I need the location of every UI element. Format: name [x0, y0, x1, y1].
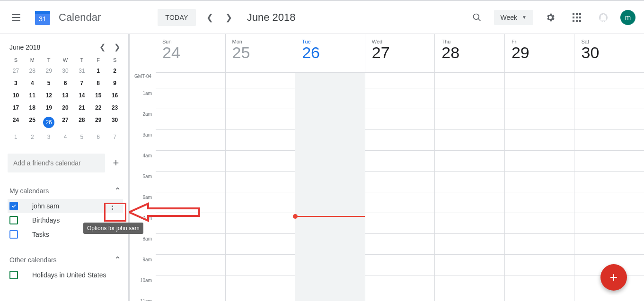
hour-label: 11am [130, 299, 156, 301]
mini-day-cell[interactable]: 30 [57, 65, 74, 77]
calendar-name-label: john sam [32, 202, 59, 210]
other-calendars-toggle[interactable]: Other calendars ⌃ [8, 252, 123, 268]
mini-day-cell[interactable]: 1 [8, 131, 24, 143]
mini-day-cell[interactable]: 6 [57, 77, 74, 89]
mini-day-cell[interactable]: 11 [24, 89, 41, 102]
today-button[interactable]: TODAY [158, 9, 195, 26]
mini-day-cell[interactable]: 17 [8, 102, 24, 114]
svg-point-3 [473, 14, 479, 19]
day-column[interactable] [156, 73, 225, 301]
mini-day-cell[interactable]: 22 [90, 102, 106, 114]
create-event-fab[interactable]: + [600, 264, 627, 291]
calendar-checkbox[interactable] [9, 271, 18, 279]
hour-label: 10am [130, 278, 156, 299]
mini-day-cell[interactable]: 30 [106, 114, 123, 131]
calendar-list-item[interactable]: john sam [8, 199, 123, 213]
mini-day-cell[interactable]: 5 [73, 131, 90, 143]
mini-day-cell[interactable]: 16 [106, 89, 123, 102]
mini-day-cell[interactable]: 2 [106, 65, 123, 77]
mini-day-cell[interactable]: 28 [24, 65, 41, 77]
day-header[interactable]: Mon25 [225, 34, 295, 72]
calendar-name-label: Birthdays [32, 216, 60, 224]
mini-day-cell[interactable]: 1 [90, 65, 106, 77]
mini-day-cell[interactable]: 3 [41, 131, 57, 143]
my-calendars-toggle[interactable]: My calendars ⌃ [8, 183, 123, 199]
mini-day-cell[interactable]: 26 [41, 114, 57, 131]
mini-day-cell[interactable]: 4 [57, 131, 74, 143]
hamburger-icon [12, 14, 20, 21]
mini-day-cell[interactable]: 14 [73, 89, 90, 102]
day-header[interactable]: Sat30 [574, 34, 644, 72]
add-friend-input[interactable] [8, 154, 105, 172]
day-column[interactable] [295, 73, 365, 301]
svg-rect-1 [35, 11, 50, 14]
day-column[interactable] [225, 73, 295, 301]
mini-next-button[interactable]: ❯ [114, 43, 120, 52]
mini-day-cell[interactable]: 5 [41, 77, 57, 89]
day-column[interactable] [434, 73, 504, 301]
mini-day-cell[interactable]: 25 [24, 114, 41, 131]
week-grid[interactable] [156, 73, 644, 301]
mini-day-cell[interactable]: 3 [8, 77, 24, 89]
mini-day-cell[interactable]: 29 [90, 114, 106, 131]
prev-week-button[interactable]: ❮ [201, 8, 220, 27]
app-title: Calendar [59, 11, 101, 24]
day-header[interactable]: Thu28 [434, 34, 504, 72]
mini-day-cell[interactable]: 27 [57, 114, 74, 131]
dropdown-icon: ▼ [522, 15, 527, 20]
mini-dow-label: M [24, 55, 41, 65]
day-header[interactable]: Sun24 [156, 34, 225, 72]
menu-button[interactable] [6, 7, 26, 28]
now-indicator [295, 216, 365, 217]
svg-line-4 [478, 18, 480, 21]
mini-day-cell[interactable]: 10 [8, 89, 24, 102]
calendar-logo: 31 [33, 8, 52, 27]
mini-day-cell[interactable]: 2 [24, 131, 41, 143]
mini-dow-label: S [8, 55, 24, 65]
calendar-options-button[interactable] [104, 198, 120, 214]
notifications-button[interactable] [594, 8, 613, 27]
calendar-checkbox[interactable] [9, 216, 18, 224]
mini-day-cell[interactable]: 8 [90, 77, 106, 89]
mini-day-cell[interactable]: 15 [90, 89, 106, 102]
calendar-checkbox[interactable] [9, 230, 18, 239]
next-week-button[interactable]: ❯ [220, 8, 238, 27]
mini-day-cell[interactable]: 29 [41, 65, 57, 77]
mini-cal-header: June 2018 ❮ ❯ [8, 41, 123, 55]
hour-label: 5am [130, 174, 156, 195]
day-column[interactable] [365, 73, 435, 301]
calendar-list-item[interactable]: Holidays in United States [8, 268, 123, 282]
mini-day-cell[interactable]: 21 [73, 102, 90, 114]
mini-day-cell[interactable]: 9 [106, 77, 123, 89]
mini-day-cell[interactable]: 13 [57, 89, 74, 102]
mini-day-cell[interactable]: 12 [41, 89, 57, 102]
mini-day-cell[interactable]: 24 [8, 114, 24, 131]
day-number: 29 [512, 43, 574, 62]
mini-day-cell[interactable]: 28 [73, 114, 90, 131]
day-header[interactable]: Wed27 [365, 34, 435, 72]
mini-prev-button[interactable]: ❮ [99, 43, 106, 52]
mini-day-cell[interactable]: 19 [41, 102, 57, 114]
mini-day-cell[interactable]: 31 [73, 65, 90, 77]
mini-day-cell[interactable]: 7 [106, 131, 123, 143]
options-tooltip: Options for john sam [83, 223, 143, 234]
mini-day-cell[interactable]: 23 [106, 102, 123, 114]
mini-day-cell[interactable]: 6 [90, 131, 106, 143]
day-header[interactable]: Fri29 [504, 34, 574, 72]
mini-day-cell[interactable]: 18 [24, 102, 41, 114]
add-calendar-button[interactable]: + [109, 156, 123, 170]
day-header[interactable]: Tue26 [295, 34, 365, 72]
mini-day-cell[interactable]: 4 [24, 77, 41, 89]
settings-button[interactable] [541, 8, 560, 27]
calendar-checkbox[interactable] [9, 202, 18, 210]
mini-day-cell[interactable]: 7 [73, 77, 90, 89]
search-button[interactable] [468, 8, 486, 27]
account-avatar[interactable]: m [620, 10, 635, 25]
view-selector[interactable]: Week ▼ [494, 10, 533, 25]
mini-day-cell[interactable]: 27 [8, 65, 24, 77]
apps-button[interactable] [567, 8, 586, 27]
mini-dow-label: W [57, 55, 74, 65]
mini-day-cell[interactable]: 20 [57, 102, 74, 114]
more-vert-icon [112, 203, 113, 210]
day-column[interactable] [504, 73, 574, 301]
